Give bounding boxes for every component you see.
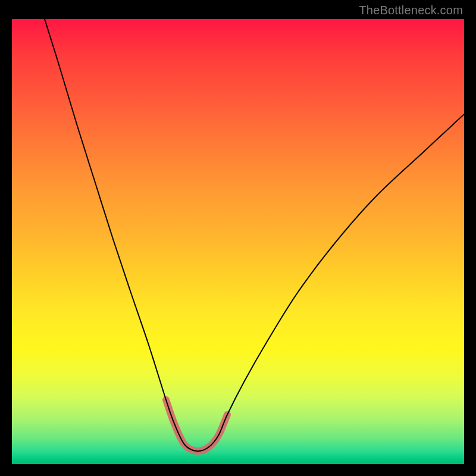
curve-layer bbox=[12, 19, 464, 464]
watermark-text: TheBottleneck.com bbox=[359, 4, 463, 17]
v-curve bbox=[45, 19, 464, 451]
chart-frame: TheBottleneck.com bbox=[0, 0, 476, 476]
plot-area bbox=[12, 19, 464, 464]
